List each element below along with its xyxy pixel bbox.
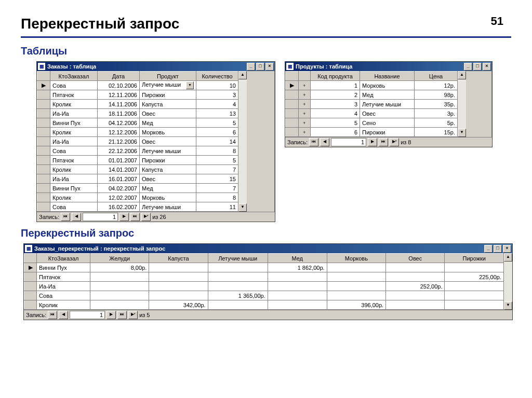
table-row[interactable]: Кролик14.11.2006Капуста4 bbox=[37, 100, 238, 109]
cell[interactable]: Овес bbox=[140, 109, 196, 118]
cell[interactable]: Летучие мыши bbox=[140, 146, 196, 156]
cell[interactable] bbox=[149, 291, 208, 300]
scroll-track[interactable] bbox=[504, 262, 512, 301]
cell[interactable]: 16.01.2007 bbox=[98, 174, 140, 184]
cell[interactable]: 1 bbox=[311, 81, 360, 90]
cell[interactable]: Морковь bbox=[140, 128, 196, 137]
cell[interactable]: 04.02.2007 bbox=[98, 184, 140, 193]
cell[interactable]: Кролик bbox=[50, 193, 98, 202]
cell[interactable]: Летучие мыши▼ bbox=[140, 81, 196, 90]
cell[interactable]: 4 bbox=[311, 109, 360, 118]
table-row[interactable]: Иа-Иа252,00р. bbox=[24, 282, 504, 291]
close-button[interactable]: × bbox=[265, 63, 274, 71]
table-row[interactable]: +4Овес3р. bbox=[286, 109, 458, 118]
minimize-button[interactable]: _ bbox=[247, 63, 255, 71]
cell[interactable]: 18.11.2006 bbox=[98, 109, 140, 118]
cell[interactable] bbox=[327, 263, 385, 272]
table-row[interactable]: ▶Сова02.10.2006Летучие мыши▼10 bbox=[37, 81, 238, 90]
expand-button[interactable]: + bbox=[299, 128, 311, 137]
cell[interactable] bbox=[445, 291, 504, 300]
expand-button[interactable]: + bbox=[299, 81, 311, 90]
cell[interactable]: Морковь bbox=[140, 193, 196, 202]
cell[interactable]: Кролик bbox=[50, 100, 98, 109]
table-row[interactable]: Сова22.12.2006Летучие мыши8 bbox=[37, 146, 238, 156]
expand-button[interactable]: + bbox=[299, 90, 311, 100]
crosstab-titlebar[interactable]: ▦ Заказы_перекрестный : перекрестный зап… bbox=[24, 244, 512, 253]
maximize-button[interactable]: □ bbox=[494, 245, 502, 253]
nav-last-button[interactable]: ⏭ bbox=[130, 213, 140, 221]
cell[interactable] bbox=[386, 300, 445, 310]
cell[interactable]: Пирожки bbox=[140, 90, 196, 100]
cell[interactable]: 04.12.2006 bbox=[98, 118, 140, 128]
cell[interactable]: Мед bbox=[360, 90, 415, 100]
cell[interactable]: 6 bbox=[311, 128, 360, 137]
cell[interactable]: Капуста bbox=[140, 100, 196, 109]
record-number-input[interactable]: 1 bbox=[83, 213, 118, 221]
cell[interactable] bbox=[327, 272, 385, 282]
nav-prev-button[interactable]: ◀ bbox=[72, 213, 81, 221]
cell[interactable] bbox=[268, 282, 327, 291]
table-row[interactable]: ▶+1Морковь12р. bbox=[286, 81, 458, 90]
cell[interactable]: 7 bbox=[196, 165, 238, 174]
cell[interactable]: Морковь bbox=[360, 81, 415, 90]
cell[interactable] bbox=[268, 291, 327, 300]
cell[interactable]: Сова bbox=[50, 146, 98, 156]
table-row[interactable]: Кролик14.01.2007Капуста7 bbox=[37, 165, 238, 174]
table-row[interactable]: Пятачок12.11.2006Пирожки3 bbox=[37, 90, 238, 100]
nav-next-button[interactable]: ▶ bbox=[119, 213, 129, 221]
cell[interactable] bbox=[327, 291, 385, 300]
cell[interactable]: Капуста bbox=[140, 165, 196, 174]
vertical-scrollbar[interactable]: ▲ ▼ bbox=[238, 71, 247, 212]
table-row[interactable]: Кролик12.12.2006Морковь6 bbox=[37, 128, 238, 137]
cell[interactable]: 1 862,00р. bbox=[268, 263, 327, 272]
cell[interactable] bbox=[445, 263, 504, 272]
cell[interactable]: Иа-Иа bbox=[37, 282, 90, 291]
cell[interactable]: 35р. bbox=[415, 100, 458, 109]
cell[interactable]: 15 bbox=[196, 174, 238, 184]
expand-button[interactable]: + bbox=[299, 100, 311, 109]
scroll-up-button[interactable]: ▲ bbox=[458, 71, 466, 79]
cell[interactable]: Иа-Иа bbox=[50, 137, 98, 146]
cell[interactable]: 13 bbox=[196, 109, 238, 118]
cell[interactable]: 14 bbox=[196, 137, 238, 146]
minimize-button[interactable]: _ bbox=[464, 63, 472, 71]
cell[interactable]: 225,00р. bbox=[445, 272, 504, 282]
cell[interactable]: Овес bbox=[360, 109, 415, 118]
cell[interactable]: 2 bbox=[311, 90, 360, 100]
table-row[interactable]: +6Пирожки15р. bbox=[286, 128, 458, 137]
cell[interactable]: 3 bbox=[311, 100, 360, 109]
cell[interactable] bbox=[445, 300, 504, 310]
expand-button[interactable]: + bbox=[299, 109, 311, 118]
record-number-input[interactable]: 1 bbox=[331, 138, 366, 146]
maximize-button[interactable]: □ bbox=[473, 63, 482, 71]
cell[interactable]: Винни Пух bbox=[37, 263, 90, 272]
close-button[interactable]: × bbox=[483, 63, 491, 71]
cell[interactable]: 4 bbox=[196, 100, 238, 109]
cell[interactable]: 5 bbox=[196, 118, 238, 128]
orders-titlebar[interactable]: ▦ Заказы : таблица _ □ × bbox=[37, 62, 275, 71]
cell[interactable] bbox=[386, 263, 445, 272]
cell[interactable]: 12р. bbox=[415, 81, 458, 90]
vertical-scrollbar[interactable]: ▲ ▼ bbox=[458, 71, 466, 137]
column-header[interactable]: Дата bbox=[98, 72, 140, 81]
nav-next-button[interactable]: ▶ bbox=[368, 138, 377, 146]
cell[interactable]: Кролик bbox=[50, 165, 98, 174]
cell[interactable]: Кролик bbox=[37, 300, 90, 310]
cell[interactable] bbox=[90, 282, 149, 291]
scroll-track[interactable] bbox=[238, 79, 247, 203]
cell[interactable]: 98р. bbox=[415, 90, 458, 100]
column-header[interactable]: Мед bbox=[268, 254, 327, 263]
cell[interactable] bbox=[386, 272, 445, 282]
cell[interactable] bbox=[149, 272, 208, 282]
close-button[interactable]: × bbox=[503, 245, 511, 253]
table-row[interactable]: +3Летучие мыши35р. bbox=[286, 100, 458, 109]
table-row[interactable]: ▶Винни Пух8,00р.1 862,00р. bbox=[24, 263, 504, 272]
nav-last-button[interactable]: ⏭ bbox=[117, 311, 127, 319]
nav-last-button[interactable]: ⏭ bbox=[379, 138, 388, 146]
column-header[interactable]: Продукт bbox=[140, 72, 196, 81]
column-header[interactable]: Овес bbox=[386, 254, 445, 263]
cell[interactable]: 5 bbox=[196, 156, 238, 165]
nav-first-button[interactable]: ⏮ bbox=[48, 311, 57, 319]
cell[interactable]: Сова bbox=[50, 202, 98, 212]
cell[interactable]: 6 bbox=[196, 128, 238, 137]
